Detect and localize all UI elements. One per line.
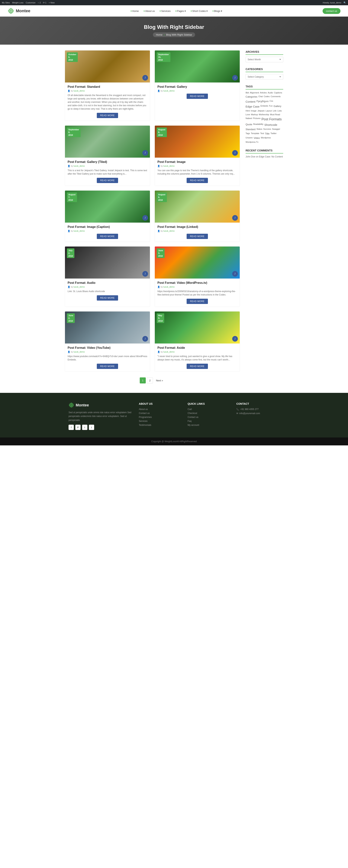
share-button[interactable]: ⤴ (143, 215, 148, 221)
social-facebook[interactable]: f (68, 425, 74, 430)
footer-about-us[interactable]: About us (139, 408, 182, 410)
share-button[interactable]: ⤴ (232, 336, 238, 342)
tag-item[interactable]: Codes (264, 95, 270, 98)
read-more-button[interactable]: READ MORE (187, 94, 208, 99)
tag-item[interactable]: Quote (246, 123, 252, 127)
nav-about[interactable]: About us (142, 8, 157, 13)
post-title[interactable]: Post Format: Image (Caption) (68, 225, 147, 229)
read-more-button[interactable]: READ MORE (97, 113, 118, 118)
page-next[interactable]: Next » (154, 378, 165, 383)
tag-item[interactable]: Nabeel (246, 117, 252, 122)
tag-item[interactable]: Alignment (250, 91, 259, 94)
post-title[interactable]: Post Format: Audio (68, 281, 147, 285)
footer-programmes[interactable]: Programmes (139, 416, 182, 418)
tag-item[interactable]: Post Formats (261, 117, 282, 122)
tag-item[interactable]: Markup (251, 113, 258, 116)
footer-testimonials[interactable]: Testimonials (139, 424, 182, 426)
nav-blogs[interactable]: Blogs ▾ (211, 8, 224, 13)
site-logo[interactable]: Montee (7, 7, 30, 14)
read-more-button[interactable]: READ MORE (187, 178, 208, 183)
post-title[interactable]: Post Format: Standard (68, 85, 147, 89)
tag-item[interactable]: Layout (265, 110, 272, 112)
post-title[interactable]: Post Format: Image (Linked) (157, 225, 237, 229)
share-button[interactable]: ⤴ (143, 271, 148, 277)
tag-item[interactable]: Edge Case (246, 104, 259, 108)
tag-item[interactable]: Fun (269, 104, 273, 108)
share-button[interactable]: ⤴ (232, 271, 238, 277)
tag-item[interactable]: Video (254, 136, 260, 140)
post-title[interactable]: Post Format: Video (YouTube) (68, 346, 147, 349)
nav-shortcodes[interactable]: Short Codes ▾ (189, 8, 210, 13)
post-title[interactable]: Post Format: Image (157, 160, 237, 164)
tag-item[interactable]: Success (263, 128, 271, 131)
tag-item[interactable]: Image (251, 110, 257, 112)
read-more-button[interactable]: READ MORE (97, 178, 118, 183)
tag-item[interactable]: Love (246, 113, 250, 116)
tag-item[interactable]: Embeds (260, 104, 268, 108)
read-more-button[interactable]: READ MORE (187, 364, 208, 369)
share-button[interactable]: ⤴ (232, 150, 238, 156)
tag-item[interactable]: Πρεχδήμνο (256, 100, 269, 103)
tag-item[interactable]: Template (251, 132, 259, 135)
nav-home[interactable]: Home (129, 8, 141, 13)
tag-item[interactable]: Tags (246, 132, 250, 135)
share-button[interactable]: ⤴ (143, 150, 148, 156)
admin-weight-loss[interactable]: Weight Loss (12, 1, 23, 4)
share-button[interactable]: ⤴ (143, 75, 148, 81)
tag-item[interactable]: Gallery (274, 104, 281, 108)
nav-pages[interactable]: Pages ▾ (173, 8, 188, 13)
post-title[interactable]: Post Format: Gallery (Tiled) (68, 160, 147, 164)
post-title[interactable]: Post Format: Aside (157, 346, 237, 349)
admin-comments[interactable]: ○ 2 (38, 1, 41, 4)
page-1[interactable]: 1 (140, 377, 146, 383)
tag-item[interactable]: Unseen (246, 136, 253, 140)
tag-item[interactable]: Jetpack (257, 110, 264, 112)
read-more-button[interactable]: READ MORE (97, 295, 118, 301)
tag-item[interactable]: 8bit (246, 91, 249, 94)
contact-button[interactable]: contact us (323, 8, 341, 14)
tag-item[interactable]: Comments (271, 95, 281, 98)
post-title[interactable]: Post Format: Video (WordPress.tv) (157, 281, 237, 285)
tag-item[interactable]: Wordpress (261, 136, 271, 140)
footer-cart[interactable]: Cart (188, 408, 231, 410)
tag-item[interactable]: Swagger (272, 128, 280, 131)
admin-user[interactable]: Howdy, luzuk_demo (323, 1, 341, 4)
categories-select[interactable]: Select Category (246, 74, 283, 80)
tag-item[interactable]: Readability (253, 123, 263, 127)
admin-updates[interactable]: ⟳ 1 (43, 1, 46, 4)
tag-item[interactable]: Twitter (271, 132, 277, 135)
tag-item[interactable]: Css (270, 100, 273, 103)
tag-item[interactable]: Status (256, 128, 262, 131)
social-pinterest[interactable]: P (75, 425, 81, 430)
tag-item[interactable]: Content (246, 100, 256, 103)
tag-item[interactable]: Title (265, 132, 270, 135)
share-button[interactable]: ⤴ (143, 336, 148, 342)
tag-item[interactable]: Lists (277, 110, 282, 112)
footer-my-account[interactable]: My account (188, 424, 231, 426)
tag-item[interactable]: Pictures (253, 117, 261, 122)
social-twitter[interactable]: t (89, 425, 94, 430)
tag-item[interactable]: Mothership (259, 113, 269, 116)
tag-item[interactable]: Audio (268, 91, 273, 94)
share-button[interactable]: ⤴ (232, 75, 238, 81)
tag-item[interactable]: Categories (246, 95, 257, 98)
tag-item[interactable]: Articles (260, 91, 267, 94)
archives-select[interactable]: Select Month (246, 57, 283, 62)
footer-contact[interactable]: Contact us (188, 416, 231, 418)
footer-services[interactable]: Services (139, 420, 182, 423)
tag-item[interactable]: Html (246, 110, 250, 112)
read-more-button[interactable]: READ MORE (97, 364, 118, 369)
breadcrumb-home[interactable]: Home (156, 33, 162, 36)
footer-contact-us[interactable]: Contact us (139, 412, 182, 414)
tag-item[interactable]: Captions (274, 91, 282, 94)
read-more-button[interactable]: READ MORE (187, 299, 208, 304)
social-instagram[interactable]: I (82, 425, 87, 430)
footer-checkout[interactable]: Checkout (188, 412, 231, 414)
page-2[interactable]: 2 (147, 377, 153, 383)
tag-item[interactable]: Shortcode (264, 123, 277, 127)
admin-my-sites[interactable]: My Sites (2, 1, 10, 4)
admin-search-icon[interactable]: 🔍 (344, 1, 346, 4)
share-button[interactable]: ⤴ (232, 215, 238, 221)
nav-services[interactable]: Services (158, 8, 172, 13)
read-more-button[interactable]: READ MORE (187, 234, 208, 239)
